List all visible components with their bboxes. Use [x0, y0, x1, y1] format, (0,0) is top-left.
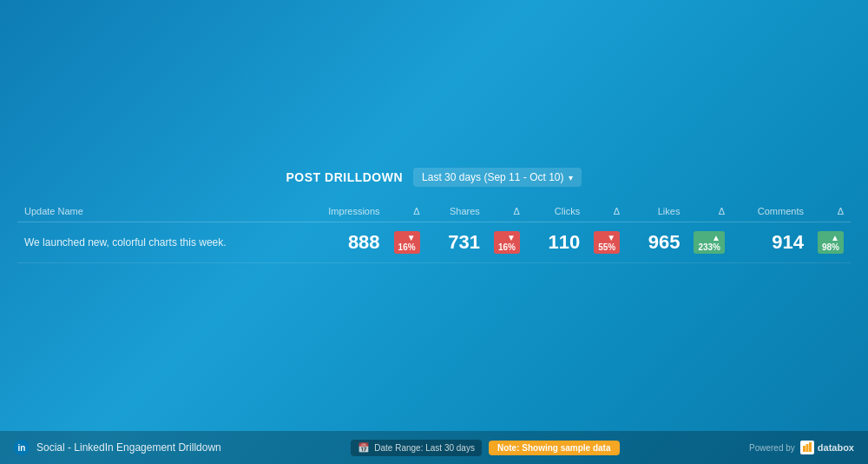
- comments-delta: ▲ 98%: [811, 222, 851, 263]
- databox-logo: databox: [800, 441, 854, 454]
- likes-value: 965: [627, 222, 687, 263]
- col-comments: Comments: [732, 201, 811, 222]
- col-update-name: Update Name: [17, 201, 301, 222]
- data-table: Update Name Impressions Δ Shares Δ Click…: [17, 201, 851, 263]
- main-content: POST DRILLDOWN Last 30 days (Sep 11 - Oc…: [0, 0, 868, 431]
- databox-icon: [800, 441, 814, 454]
- clicks-delta: ▼ 55%: [587, 222, 627, 263]
- sample-note-text: Note: Showing sample data: [497, 443, 611, 453]
- col-clicks-delta: Δ: [587, 201, 627, 222]
- col-shares: Shares: [427, 201, 487, 222]
- shares-delta: ▼ 16%: [487, 222, 527, 263]
- linkedin-icon: in: [14, 440, 30, 455]
- col-impressions: Impressions: [301, 201, 387, 222]
- bottom-title: Social - LinkedIn Engagement Drilldown: [36, 441, 221, 454]
- comments-value: 914: [732, 222, 811, 263]
- col-likes-delta: Δ: [687, 201, 732, 222]
- col-comments-delta: Δ: [811, 201, 851, 222]
- col-shares-delta: Δ: [487, 201, 527, 222]
- date-range-label: Last 30 days (Sep 11 - Oct 10): [422, 171, 563, 183]
- databox-brand-name: databox: [818, 442, 854, 453]
- likes-delta: ▲ 233%: [687, 222, 732, 263]
- impressions-value: 888: [301, 222, 387, 263]
- svg-rect-1: [806, 444, 808, 452]
- date-range-button[interactable]: Last 30 days (Sep 11 - Oct 10) ▾: [413, 168, 582, 187]
- date-range-badge: 📅 Date Range: Last 30 days: [351, 440, 482, 456]
- bottom-right: Powered by databox: [749, 441, 854, 454]
- svg-rect-2: [809, 442, 812, 452]
- bottom-center: 📅 Date Range: Last 30 days Note: Showing…: [351, 440, 619, 456]
- table-container: POST DRILLDOWN Last 30 days (Sep 11 - Oc…: [17, 168, 851, 263]
- table-row: We launched new, colorful charts this we…: [17, 222, 851, 263]
- calendar-icon: 📅: [358, 442, 370, 454]
- bottom-left: in Social - LinkedIn Engagement Drilldow…: [14, 440, 221, 455]
- chevron-down-icon: ▾: [569, 173, 573, 182]
- sample-data-badge: Note: Showing sample data: [489, 441, 620, 455]
- col-impressions-delta: Δ: [387, 201, 427, 222]
- shares-value: 731: [427, 222, 487, 263]
- table-header-row: Update Name Impressions Δ Shares Δ Click…: [17, 201, 851, 222]
- powered-by-text: Powered by: [749, 443, 795, 453]
- app-wrapper: POST DRILLDOWN Last 30 days (Sep 11 - Oc…: [0, 0, 868, 464]
- table-header: POST DRILLDOWN Last 30 days (Sep 11 - Oc…: [17, 168, 851, 187]
- col-likes: Likes: [627, 201, 687, 222]
- col-clicks: Clicks: [527, 201, 587, 222]
- page-title: POST DRILLDOWN: [286, 170, 404, 184]
- svg-rect-0: [803, 446, 806, 452]
- clicks-value: 110: [527, 222, 587, 263]
- date-range-text: Date Range: Last 30 days: [374, 443, 475, 453]
- bottom-bar: in Social - LinkedIn Engagement Drilldow…: [0, 431, 868, 464]
- update-name-cell: We launched new, colorful charts this we…: [17, 222, 301, 263]
- impressions-delta: ▼ 16%: [387, 222, 427, 263]
